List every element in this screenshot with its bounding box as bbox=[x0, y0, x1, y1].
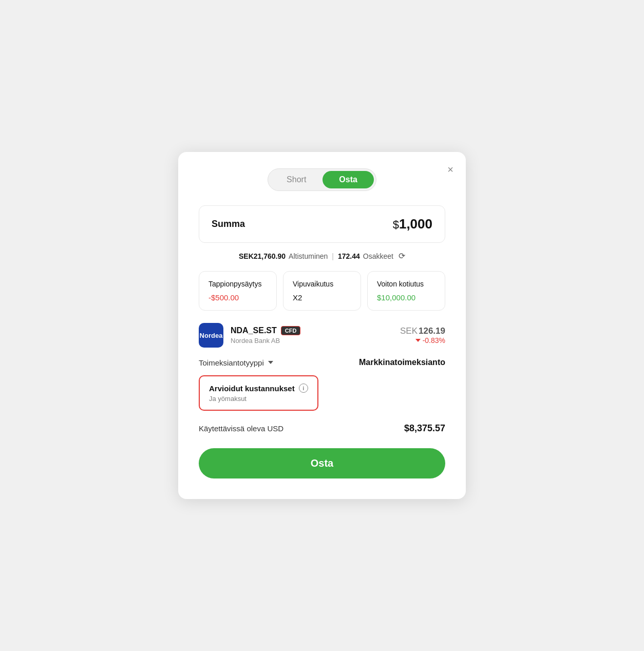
shares-amount: 172.44 bbox=[338, 252, 360, 260]
order-type-dropdown[interactable]: Toimeksiantotyyppi bbox=[199, 358, 273, 367]
summa-value: $1,000 bbox=[393, 216, 432, 232]
stock-price-value: 126.19 bbox=[419, 326, 445, 336]
summa-label: Summa bbox=[212, 219, 245, 229]
chevron-down-icon bbox=[268, 361, 273, 364]
summa-currency: $ bbox=[393, 218, 399, 231]
estimated-costs-title: Arvioidut kustannukset i bbox=[209, 384, 308, 393]
trading-modal: × Short Osta Summa $1,000 SEK21,760.90 A… bbox=[178, 152, 466, 499]
available-row: Käytettävissä oleva USD $8,375.57 bbox=[199, 423, 445, 434]
order-type-value: Markkinatoimeksianto bbox=[359, 358, 445, 367]
buy-button[interactable]: Osta bbox=[199, 448, 445, 478]
order-type-label-text: Toimeksiantotyyppi bbox=[199, 358, 264, 367]
stock-info: NDA_SE.ST CFD Nordea Bank AB bbox=[231, 326, 393, 344]
voitto-value: $10,000.00 bbox=[377, 293, 435, 302]
close-button[interactable]: × bbox=[445, 162, 456, 177]
estimated-costs-subtitle: Ja yömaksut bbox=[209, 395, 308, 403]
cfd-badge: CFD bbox=[281, 326, 301, 335]
arrow-down-icon bbox=[415, 339, 421, 342]
vipu-value: X2 bbox=[293, 293, 351, 302]
stock-change-value: -0.83% bbox=[423, 336, 445, 344]
separator: | bbox=[332, 252, 334, 260]
summa-card: Summa $1,000 bbox=[199, 205, 445, 243]
vipu-label: Vipuvaikutus bbox=[293, 280, 351, 288]
tappion-card: Tappionpysäytys -$500.00 bbox=[199, 271, 277, 311]
voitto-label: Voiton kotiutus bbox=[377, 280, 435, 288]
voitto-card: Voiton kotiutus $10,000.00 bbox=[367, 271, 445, 311]
toggle-pill: Short Osta bbox=[268, 168, 376, 191]
estimated-costs-box[interactable]: Arvioidut kustannukset i Ja yömaksut bbox=[199, 375, 318, 411]
info-icon[interactable]: i bbox=[299, 384, 308, 393]
estimated-costs-label: Arvioidut kustannukset bbox=[209, 384, 295, 393]
stock-row: Nordea NDA_SE.ST CFD Nordea Bank AB SEK1… bbox=[199, 323, 445, 348]
info-row: SEK21,760.90 Altistuminen | 172.44 Osakk… bbox=[199, 251, 445, 261]
stock-name-row: NDA_SE.ST CFD bbox=[231, 326, 393, 335]
available-value: $8,375.57 bbox=[404, 423, 445, 434]
cards-row: Tappionpysäytys -$500.00 Vipuvaikutus X2… bbox=[199, 271, 445, 311]
available-label: Käytettävissä oleva USD bbox=[199, 424, 283, 433]
stock-price-col: SEK126.19 -0.83% bbox=[400, 326, 445, 344]
toggle-container: Short Osta bbox=[199, 168, 445, 191]
stock-price: SEK126.19 bbox=[400, 326, 445, 336]
stock-logo-text: Nordea bbox=[200, 332, 223, 339]
stock-logo: Nordea bbox=[199, 323, 223, 348]
order-type-row: Toimeksiantotyyppi Markkinatoimeksianto bbox=[199, 358, 445, 367]
exposure-amount: SEK21,760.90 bbox=[239, 252, 286, 260]
shares-label: Osakkeet bbox=[363, 252, 393, 260]
exposure-label: Altistuminen bbox=[289, 252, 328, 260]
stock-change: -0.83% bbox=[400, 336, 445, 344]
stock-ticker: NDA_SE.ST bbox=[231, 326, 277, 335]
short-toggle[interactable]: Short bbox=[270, 171, 323, 188]
tappion-label: Tappionpysäytys bbox=[209, 280, 267, 288]
summa-amount: 1,000 bbox=[399, 216, 432, 232]
stock-company: Nordea Bank AB bbox=[231, 337, 393, 344]
stock-currency: SEK bbox=[400, 326, 418, 336]
osta-toggle[interactable]: Osta bbox=[323, 171, 374, 188]
tappion-value: -$500.00 bbox=[209, 293, 267, 302]
vipu-card: Vipuvaikutus X2 bbox=[283, 271, 361, 311]
refresh-icon[interactable]: ⟳ bbox=[399, 251, 405, 261]
